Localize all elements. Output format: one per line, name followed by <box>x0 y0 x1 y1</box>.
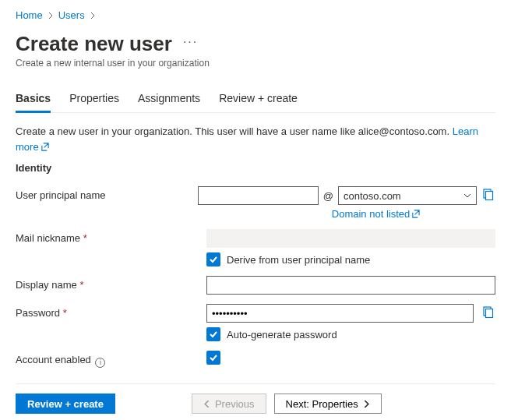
page-title: Create new user <box>16 32 172 56</box>
chevron-left-icon <box>203 401 210 408</box>
derive-label: Derive from user principal name <box>227 254 370 266</box>
chevron-right-icon <box>90 12 96 19</box>
mail-nickname-input <box>206 229 495 248</box>
review-create-button[interactable]: Review + create <box>16 394 115 414</box>
divider <box>16 383 495 384</box>
intro-body: Create a new user in your organization. … <box>16 125 449 137</box>
row-password: Password * Auto-generate password <box>16 304 495 341</box>
intro-text: Create a new user in your organization. … <box>16 124 495 154</box>
external-link-icon <box>411 210 420 218</box>
row-account-enabled: Account enabled i <box>16 351 495 368</box>
domain-not-listed-link[interactable]: Domain not listed <box>332 208 420 220</box>
tab-assignments[interactable]: Assignments <box>138 87 200 113</box>
upn-input[interactable] <box>198 186 319 205</box>
derive-checkbox[interactable] <box>206 252 220 266</box>
next-button[interactable]: Next: Properties <box>274 394 382 414</box>
row-upn: User principal name @ contoso.com Domain… <box>16 186 495 220</box>
label-mail-nickname: Mail nickname * <box>16 229 206 244</box>
section-identity: Identity <box>16 162 495 174</box>
more-actions-button[interactable]: ··· <box>183 35 198 49</box>
label-account-enabled: Account enabled i <box>16 351 206 368</box>
chevron-right-icon <box>48 12 54 19</box>
external-link-icon <box>41 143 49 151</box>
account-enabled-checkbox[interactable] <box>206 351 220 365</box>
tab-basics[interactable]: Basics <box>16 87 51 113</box>
row-mail-nickname: Mail nickname * Derive from user princip… <box>16 229 495 266</box>
label-display-name: Display name * <box>16 276 206 291</box>
label-password: Password * <box>16 304 206 319</box>
copy-password-button[interactable] <box>481 306 495 320</box>
domain-select[interactable]: contoso.com <box>338 186 477 205</box>
chevron-right-icon <box>363 401 370 408</box>
tab-review-create[interactable]: Review + create <box>219 87 298 113</box>
footer-actions: Review + create Previous Next: Propertie… <box>16 394 495 414</box>
label-upn: User principal name <box>16 186 198 201</box>
page-subtitle: Create a new internal user in your organ… <box>16 58 495 69</box>
auto-gen-checkbox[interactable] <box>206 327 220 341</box>
tab-properties[interactable]: Properties <box>69 87 119 113</box>
tabs: Basics Properties Assignments Review + c… <box>16 87 495 113</box>
info-icon[interactable]: i <box>95 358 105 368</box>
previous-button: Previous <box>192 394 266 414</box>
display-name-input[interactable] <box>206 276 495 295</box>
row-display-name: Display name * <box>16 276 495 295</box>
svg-rect-3 <box>486 309 493 318</box>
copy-upn-button[interactable] <box>481 189 495 203</box>
svg-rect-1 <box>486 192 493 200</box>
breadcrumb-home[interactable]: Home <box>16 9 43 21</box>
page-header: Create new user ··· <box>16 27 495 56</box>
chevron-down-icon <box>463 192 471 199</box>
password-input[interactable] <box>206 304 474 323</box>
breadcrumb-users[interactable]: Users <box>58 9 85 21</box>
breadcrumb: Home Users <box>16 6 495 27</box>
auto-gen-label: Auto-generate password <box>227 329 337 341</box>
at-symbol: @ <box>323 190 333 202</box>
domain-selected-value: contoso.com <box>344 190 401 202</box>
